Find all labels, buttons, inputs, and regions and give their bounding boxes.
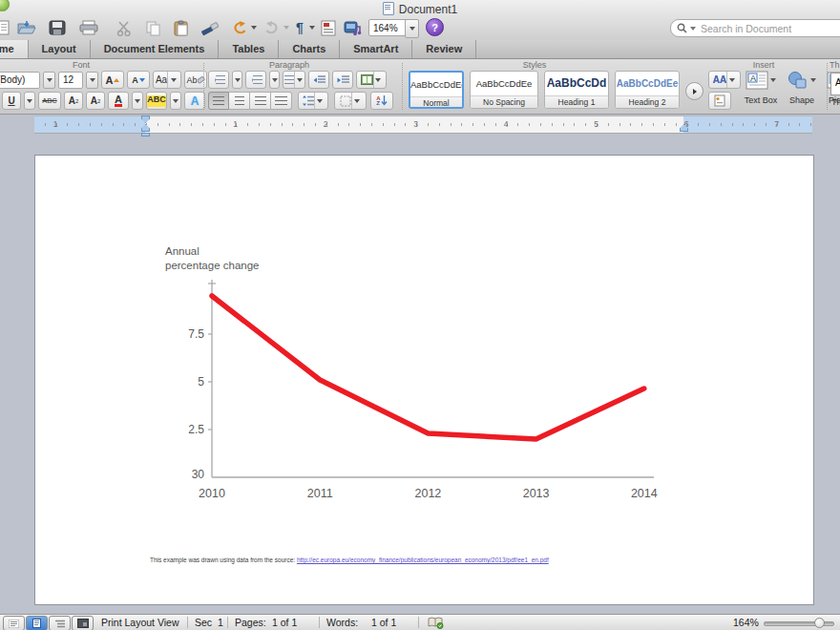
themes-button[interactable]: Aa: [830, 73, 840, 95]
tab-document-elements[interactable]: Document Elements: [91, 40, 220, 58]
superscript-button[interactable]: A2: [64, 92, 83, 110]
tab-tables[interactable]: Tables: [219, 40, 279, 58]
styles-gallery-expand-button[interactable]: [685, 82, 704, 100]
horizontal-ruler[interactable]: 11234567: [34, 116, 812, 134]
strikethrough-button[interactable]: ABC: [38, 92, 61, 110]
manage-styles-button[interactable]: [708, 92, 731, 110]
tab-review[interactable]: Review: [412, 40, 476, 58]
undo-dropdown[interactable]: [249, 18, 259, 37]
source-prefix: This example was drawn using data from t…: [150, 556, 297, 563]
change-case-button[interactable]: Aa: [153, 71, 181, 89]
insert-shape-button[interactable]: Shape: [783, 69, 821, 105]
print-icon[interactable]: [76, 18, 101, 37]
decrease-indent-button[interactable]: [308, 71, 329, 89]
media-browser-icon[interactable]: [342, 18, 365, 37]
shape-icon: [788, 71, 808, 90]
show-formatting-marks-icon[interactable]: ¶: [293, 18, 306, 37]
bullets-button[interactable]: [208, 71, 229, 89]
underline-dropdown[interactable]: [24, 92, 35, 110]
underline-button[interactable]: U: [2, 92, 21, 110]
paragraph-group-label: Paragraph: [246, 60, 332, 70]
align-center-button[interactable]: [229, 92, 250, 110]
draft-view-button[interactable]: [3, 616, 25, 630]
text-box-dropdown[interactable]: [770, 78, 776, 82]
insert-button-label: Shape: [783, 95, 821, 105]
align-left-button[interactable]: [208, 92, 229, 110]
insert-text-box-button[interactable]: A Text Box: [739, 69, 783, 105]
multilevel-list-button[interactable]: [283, 71, 305, 89]
highlight-button[interactable]: ABC: [146, 92, 167, 110]
ribbon-tab-bar: Home Layout Document Elements Tables Cha…: [0, 40, 840, 59]
subscript-button[interactable]: A2: [86, 92, 105, 110]
highlight-dropdown[interactable]: [170, 92, 181, 110]
style-heading-2[interactable]: AaBbCcDdEe Heading 2: [615, 71, 680, 109]
search-scope-dropdown-icon[interactable]: [690, 27, 696, 31]
undo-icon[interactable]: [229, 18, 250, 37]
font-name-dropdown[interactable]: [43, 72, 55, 89]
grow-font-button[interactable]: A: [101, 71, 124, 89]
paste-icon[interactable]: [169, 18, 194, 37]
subscript-a: A: [91, 95, 97, 106]
svg-text:2014: 2014: [631, 487, 658, 500]
change-styles-button[interactable]: AA: [708, 71, 741, 89]
line-chart[interactable]: 7.552.53020102011201220132014: [143, 239, 678, 515]
zoom-slider-thumb[interactable]: [814, 618, 825, 628]
search-field[interactable]: [670, 19, 840, 37]
save-icon[interactable]: [45, 18, 70, 37]
format-painter-icon[interactable]: [197, 18, 225, 37]
text-effects-button[interactable]: A: [184, 92, 205, 110]
tab-charts[interactable]: Charts: [279, 40, 340, 58]
source-hyperlink[interactable]: http://ec.europa.eu/economy_finance/publ…: [297, 556, 549, 563]
tab-smartart[interactable]: SmartArt: [340, 40, 412, 58]
copy-icon[interactable]: [141, 18, 164, 37]
svg-text:2012: 2012: [414, 487, 441, 500]
text-box-icon: A: [746, 71, 768, 90]
open-icon[interactable]: [14, 18, 39, 37]
tab-layout[interactable]: Layout: [29, 40, 91, 58]
font-name-combo[interactable]: (Body): [0, 72, 40, 89]
formatting-marks-dropdown[interactable]: [307, 18, 317, 37]
style-no-spacing[interactable]: AaBbCcDdEe No Spacing: [470, 71, 538, 109]
svg-text:30: 30: [192, 468, 205, 481]
style-heading-1[interactable]: AaBbCcDd Heading 1: [544, 71, 609, 109]
increase-indent-button[interactable]: [332, 71, 353, 89]
spelling-status-icon[interactable]: [428, 617, 444, 630]
search-input[interactable]: [699, 22, 840, 35]
help-button[interactable]: ?: [426, 18, 444, 36]
numbering-button[interactable]: [245, 71, 266, 89]
zoom-slider-track[interactable]: [764, 621, 834, 626]
line-spacing-button[interactable]: [298, 92, 328, 110]
cut-icon[interactable]: [112, 18, 136, 37]
print-layout-view-button[interactable]: [26, 616, 48, 630]
borders-button[interactable]: [334, 92, 367, 110]
redo-icon[interactable]: [262, 18, 283, 37]
style-normal[interactable]: AaBbCcDdEe Normal: [409, 71, 464, 109]
tab-home[interactable]: Home: [0, 40, 29, 58]
help-glyph: ?: [431, 22, 438, 33]
font-color-dropdown[interactable]: [132, 92, 143, 110]
font-size-combo[interactable]: 12: [58, 72, 83, 89]
sort-button[interactable]: AZ: [370, 92, 393, 110]
font-color-button[interactable]: A: [108, 92, 129, 110]
publishing-layout-view-button[interactable]: [72, 616, 94, 630]
style-preview: AaBbCcDdEe: [616, 72, 679, 95]
align-right-button[interactable]: [250, 92, 271, 110]
zoom-level-dropdown[interactable]: [405, 19, 419, 38]
strikethrough-glyph: ABC: [42, 96, 56, 105]
bullets-dropdown[interactable]: [232, 71, 242, 89]
new-document-icon[interactable]: [0, 18, 10, 37]
outline-view-button[interactable]: [49, 616, 71, 630]
clear-formatting-glyph: Ab: [186, 75, 197, 85]
shape-dropdown[interactable]: [810, 78, 816, 82]
numbering-dropdown[interactable]: [269, 71, 280, 89]
redo-dropdown[interactable]: [282, 18, 291, 37]
section-value: 1: [218, 617, 223, 628]
shrink-font-button[interactable]: A: [127, 71, 150, 89]
columns-button[interactable]: [356, 71, 387, 89]
left-indent-marker[interactable]: [141, 133, 150, 136]
shrink-font-glyph: A: [132, 75, 138, 85]
justify-button[interactable]: [271, 92, 292, 110]
font-size-dropdown[interactable]: [86, 72, 98, 89]
search-icon: [677, 23, 687, 33]
show-styles-icon[interactable]: [319, 18, 338, 37]
